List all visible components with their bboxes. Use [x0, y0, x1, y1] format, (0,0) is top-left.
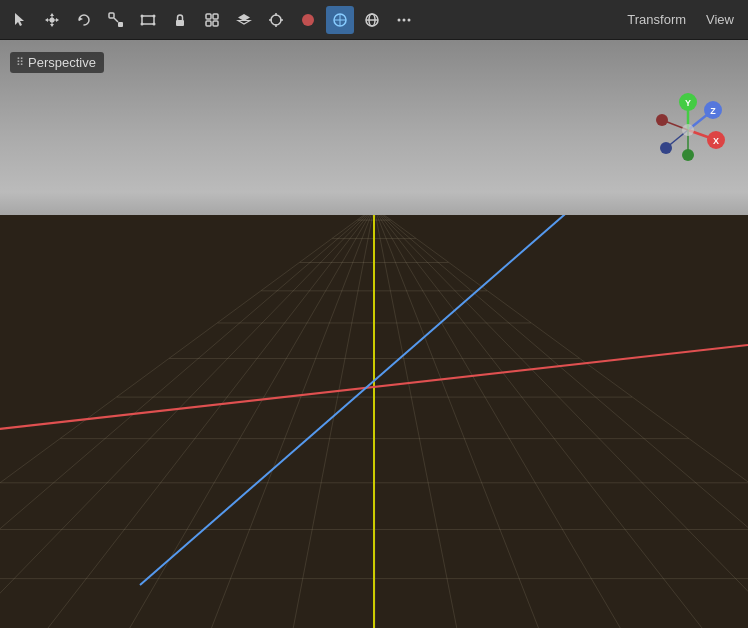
svg-point-54: [660, 142, 672, 154]
svg-text:Y: Y: [685, 98, 691, 108]
svg-rect-21: [213, 21, 218, 26]
svg-marker-2: [50, 13, 54, 16]
svg-marker-5: [56, 18, 59, 22]
svg-point-53: [656, 114, 668, 126]
axis-gizmo[interactable]: Y X Z: [648, 90, 728, 170]
viewport[interactable]: ⠿ Perspective Y X Z: [0, 40, 748, 628]
toolbar: Transform View: [0, 0, 748, 40]
svg-point-14: [153, 14, 156, 17]
svg-point-38: [408, 18, 411, 21]
more-tool[interactable]: [390, 6, 418, 34]
svg-marker-3: [50, 24, 54, 27]
svg-point-16: [153, 22, 156, 25]
perspective-menu-icon: ⠿: [16, 56, 24, 69]
svg-point-15: [141, 22, 144, 25]
gizmo-tool[interactable]: [326, 6, 354, 34]
svg-text:X: X: [713, 136, 719, 146]
svg-rect-20: [206, 21, 211, 26]
grid-canvas: [0, 40, 748, 628]
paint-tool[interactable]: [294, 6, 322, 34]
svg-marker-23: [238, 20, 250, 24]
svg-marker-4: [45, 18, 48, 22]
svg-rect-18: [206, 14, 211, 19]
svg-rect-12: [142, 16, 154, 24]
pivot-tool[interactable]: [198, 6, 226, 34]
move-tool[interactable]: [38, 6, 66, 34]
svg-point-29: [302, 14, 314, 26]
svg-marker-0: [15, 13, 24, 26]
svg-line-11: [114, 18, 118, 22]
svg-rect-10: [118, 22, 123, 27]
rotate-tool[interactable]: [70, 6, 98, 34]
svg-rect-17: [176, 20, 184, 26]
globe-tool[interactable]: [358, 6, 386, 34]
svg-point-13: [141, 14, 144, 17]
snap-tool[interactable]: [262, 6, 290, 34]
select-tool[interactable]: [6, 6, 34, 34]
layer-tool[interactable]: [230, 6, 258, 34]
perspective-label[interactable]: ⠿ Perspective: [10, 52, 104, 73]
svg-marker-8: [79, 17, 83, 21]
svg-point-24: [271, 15, 281, 25]
transform-button[interactable]: Transform: [619, 7, 694, 33]
view-button[interactable]: View: [698, 7, 742, 33]
svg-point-51: [682, 124, 694, 136]
axis-gizmo-svg: Y X Z: [648, 90, 728, 170]
rect-transform-tool[interactable]: [134, 6, 162, 34]
svg-point-37: [403, 18, 406, 21]
svg-rect-7: [48, 19, 56, 20]
lock-tool[interactable]: [166, 6, 194, 34]
svg-rect-9: [109, 13, 114, 18]
svg-point-52: [682, 149, 694, 161]
perspective-label-text: Perspective: [28, 55, 96, 70]
svg-text:Z: Z: [710, 106, 716, 116]
svg-point-36: [398, 18, 401, 21]
scale-tool[interactable]: [102, 6, 130, 34]
svg-rect-19: [213, 14, 218, 19]
